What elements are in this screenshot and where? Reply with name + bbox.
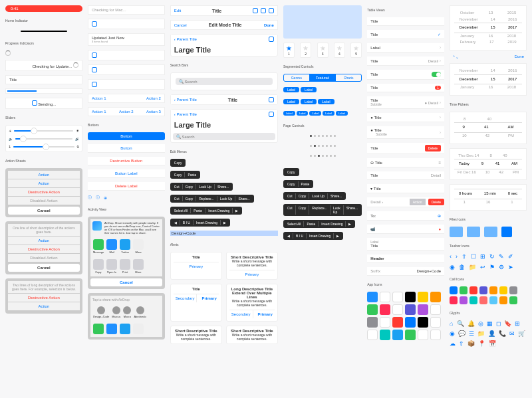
square-icon[interactable]: ◻ (496, 320, 501, 327)
settings-icon[interactable]: ⚙ (499, 264, 504, 270)
action2[interactable]: Action 2 (119, 110, 134, 114)
cloud-icon[interactable]: ☁ (450, 340, 456, 347)
call-icon[interactable] (499, 286, 507, 294)
rating-5[interactable]: ★5 (350, 43, 362, 58)
chevron-up-icon[interactable]: ⌃⌄ (452, 54, 459, 59)
checkbox[interactable] (269, 112, 274, 117)
app-icon[interactable] (367, 292, 378, 302)
app-icon[interactable] (430, 304, 441, 315)
page-dots[interactable] (285, 155, 360, 157)
date-picker[interactable]: November142016 December152017 January162… (450, 63, 527, 96)
checkbox[interactable] (92, 82, 97, 87)
table-row-icon[interactable]: ● Title› (367, 113, 444, 122)
send-icon[interactable]: ➤ (508, 264, 513, 270)
sheet-action[interactable]: Action (8, 302, 80, 310)
mail-icon[interactable] (106, 239, 117, 250)
label-row[interactable]: LabelTitle (367, 238, 444, 250)
edit-menu[interactable]: CopyPaste (170, 171, 200, 179)
user-icon[interactable]: 👤 (488, 330, 495, 337)
nav-back[interactable]: ‹ Parent Title (174, 112, 197, 116)
button-label[interactable]: Button Label (88, 169, 165, 178)
call-icon[interactable] (450, 286, 458, 294)
call-icon[interactable] (489, 286, 497, 294)
message-icon[interactable] (93, 324, 104, 334)
done-button[interactable]: Done (515, 54, 524, 58)
message-icon[interactable] (93, 239, 104, 250)
call-icon[interactable] (460, 296, 467, 304)
folder-icon[interactable] (450, 227, 463, 237)
pill[interactable]: Label (283, 87, 299, 92)
action-button[interactable]: Action (410, 199, 426, 205)
camera-icon[interactable]: ◉ (450, 264, 455, 270)
avatar[interactable] (97, 306, 105, 314)
sheet-destructive[interactable]: Destructive Action (8, 294, 80, 302)
call-icon[interactable] (460, 286, 467, 294)
more-icon[interactable] (133, 324, 144, 334)
call-icon[interactable] (479, 286, 487, 294)
action1[interactable]: Action 1 (92, 96, 106, 100)
avatar[interactable] (112, 306, 120, 314)
phone-icon[interactable]: 📞 (499, 330, 506, 337)
table-row-detail[interactable]: TitleDetail › (367, 56, 444, 66)
refresh-icon[interactable]: ↻ (489, 253, 495, 260)
alert-secondary[interactable]: Secondary (229, 310, 253, 318)
rating-2[interactable]: ★2 (300, 43, 311, 58)
share-icon[interactable]: ⇧ (462, 253, 467, 260)
delete-button[interactable]: Delete (425, 145, 441, 151)
alert-secondary[interactable]: Secondary (174, 294, 198, 302)
sheet-action[interactable]: Action (8, 171, 80, 179)
table-row[interactable]: Title (367, 17, 444, 26)
call-icon[interactable] (469, 296, 477, 304)
sheet-action[interactable]: Action (8, 179, 80, 187)
pill[interactable]: Label (336, 111, 348, 116)
pill[interactable]: Label (309, 111, 321, 116)
pill[interactable]: Label (301, 87, 317, 92)
checkbox[interactable] (92, 21, 97, 27)
twitter-icon[interactable] (120, 239, 130, 250)
mail-icon[interactable] (106, 324, 117, 334)
checkbox[interactable] (92, 52, 97, 58)
destructive-button[interactable]: Destructive Button (88, 157, 165, 165)
edit-menu[interactable]: CutCopyLook UpShare... (170, 183, 233, 191)
app-icon[interactable] (405, 304, 416, 315)
search-input[interactable]: 🔍 Search (173, 133, 275, 140)
sheet-action[interactable]: Action (8, 237, 80, 245)
call-icon[interactable] (499, 296, 507, 304)
text-selection[interactable]: Design+Code (170, 231, 278, 236)
avatar[interactable] (136, 306, 144, 314)
checkbox[interactable] (32, 100, 37, 106)
flag-icon[interactable]: ⚑ (489, 264, 495, 270)
table-row-reorder[interactable]: ⊖ Title≡ (367, 158, 444, 167)
search-icon[interactable]: 🔍 (457, 320, 464, 327)
more-icon[interactable] (133, 259, 144, 270)
back-icon[interactable]: ‹ (450, 253, 452, 260)
app-icon[interactable] (380, 317, 390, 328)
app-icon[interactable] (430, 292, 441, 302)
edit-menu[interactable]: CopyPaste (283, 180, 313, 188)
slider-number[interactable]: 19 (9, 145, 79, 149)
pill[interactable]: Label (283, 99, 299, 104)
rating-1[interactable]: ★1 (283, 43, 295, 58)
call-icon[interactable] (509, 286, 517, 294)
sheet-destructive[interactable]: Destructive Action (8, 245, 80, 253)
table-row-actions[interactable]: Detail ›ActionDelete (367, 197, 444, 207)
nav-back[interactable]: ‹ Parent Title (174, 37, 197, 41)
file-icon[interactable] (501, 227, 512, 237)
checkbox[interactable] (253, 8, 258, 13)
twitter-icon[interactable] (120, 324, 130, 334)
compose-icon[interactable]: ✎ (499, 253, 504, 260)
table-row-subtitle[interactable]: TitleSubtitle● Detail › (367, 96, 444, 109)
pill[interactable]: Label (323, 111, 334, 116)
table-row-badge[interactable]: Title1 (367, 84, 444, 92)
app-icon[interactable] (418, 330, 428, 340)
trash-icon[interactable]: 🗑 (459, 264, 465, 270)
message-icon[interactable]: 💬 (458, 330, 466, 337)
table-row-toggle[interactable]: Title (367, 70, 444, 80)
suffix-row[interactable]: SuffixDesign+Code (367, 267, 444, 276)
compass-icon[interactable]: ◎ (478, 320, 483, 327)
forward-icon[interactable]: › (456, 253, 458, 260)
table-row-delete[interactable]: TitleDelete (367, 143, 444, 154)
reply-icon[interactable]: ↩ (480, 264, 485, 270)
table-row-check[interactable]: Title✓ (367, 30, 444, 39)
openin-icon[interactable] (106, 259, 117, 270)
